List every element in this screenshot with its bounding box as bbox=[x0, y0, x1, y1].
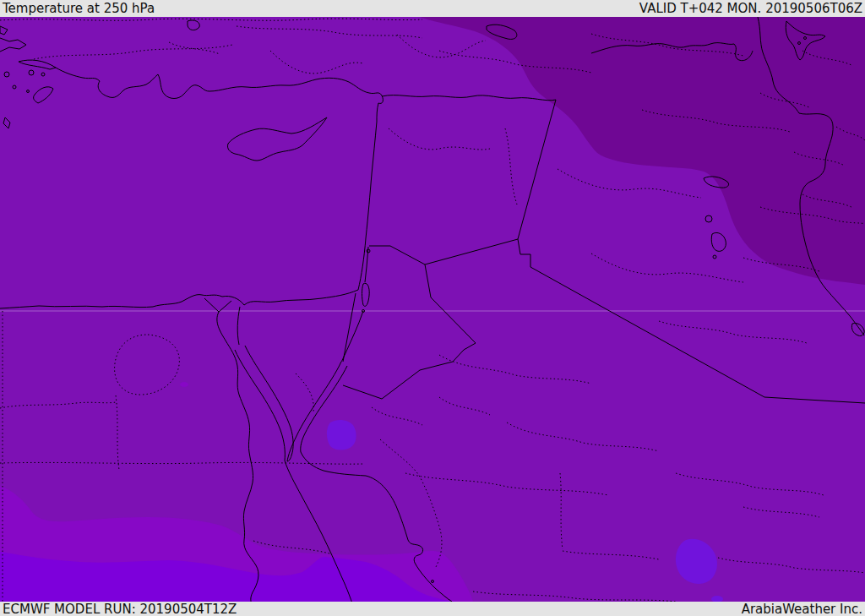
map-title: Temperature at 250 hPa bbox=[2, 1, 155, 16]
weather-map-canvas: Temperature at 250 hPa VALID T+042 MON. … bbox=[0, 0, 865, 616]
weather-map-app: Temperature at 250 hPa VALID T+042 MON. … bbox=[0, 0, 865, 616]
hotspot-south-small bbox=[711, 596, 723, 602]
valid-time-label: VALID T+042 MON. 20190506T06Z bbox=[639, 1, 862, 16]
hotspot-egypt-dot bbox=[180, 382, 188, 387]
model-run-label: ECMWF MODEL RUN: 20190504T12Z bbox=[3, 602, 237, 616]
brand-label: ArabiaWeather Inc. bbox=[742, 602, 862, 616]
hotspot-aqaba bbox=[327, 420, 356, 450]
